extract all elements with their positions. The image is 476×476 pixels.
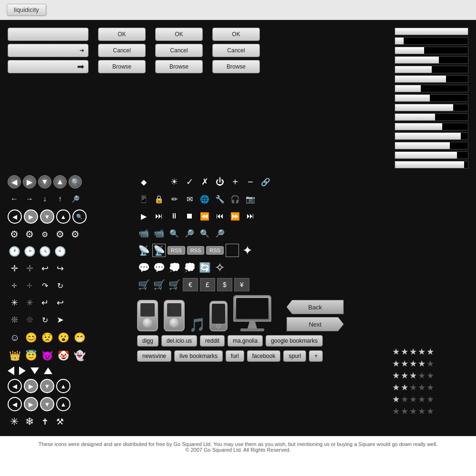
circle-left-icon[interactable]: ◀ <box>8 209 22 224</box>
newsvine-button[interactable]: newsvine <box>137 350 171 362</box>
comment-4-icon[interactable]: 💭 <box>183 261 196 274</box>
snowflake-1-icon[interactable]: ❊ <box>8 313 21 327</box>
star-3-1[interactable]: ★ <box>392 370 400 381</box>
browse-button-2[interactable]: Browse <box>155 60 203 73</box>
comment-3-icon[interactable]: 💭 <box>168 261 181 274</box>
star-3-4[interactable]: ★ <box>418 370 426 381</box>
facebook-button[interactable]: facebook <box>247 350 281 362</box>
star-1-5[interactable]: ★ <box>426 347 434 357</box>
browse-button-1[interactable]: Browse <box>98 60 146 73</box>
move-2-icon[interactable]: ✛ <box>23 262 36 275</box>
rss-2-icon[interactable]: 📡 <box>152 244 166 257</box>
imac-icon[interactable] <box>233 295 271 331</box>
comment-2-icon[interactable]: 💬 <box>152 261 166 274</box>
circle-play-down-icon[interactable]: ▼ <box>40 379 54 393</box>
star-2-2[interactable]: ★ <box>401 358 408 369</box>
skip-next-icon[interactable]: ⏭ <box>152 209 166 223</box>
magnolia-button[interactable]: ma.gnolia <box>228 335 263 347</box>
link-icon[interactable]: 🔗 <box>259 175 272 188</box>
tri-right-icon[interactable] <box>19 367 26 375</box>
plus-icon[interactable]: + <box>228 175 242 188</box>
live-bookmarks-button[interactable]: live bookmarks <box>174 350 223 362</box>
circle-fwd-icon[interactable]: ▶ <box>24 397 38 411</box>
star-4-4[interactable]: ★ <box>418 382 426 393</box>
arrow-down-outline-icon[interactable]: ↓ <box>38 192 51 206</box>
yen-icon[interactable]: ¥ <box>234 278 249 291</box>
crown-face-5-icon[interactable]: 👻 <box>72 348 87 363</box>
circle-play-right-icon[interactable]: ▶ <box>24 379 38 393</box>
star-5-1[interactable]: ★ <box>392 394 400 405</box>
arrow-button-2[interactable]: ➡ <box>8 60 89 73</box>
snowflake-2-icon[interactable]: ❊ <box>23 313 36 327</box>
gear-3-icon[interactable]: ⚙ <box>38 228 51 241</box>
dot-cross-1-icon[interactable]: ✛ <box>8 279 21 292</box>
star-2-3[interactable]: ★ <box>409 358 417 369</box>
tri-up-icon[interactable] <box>44 367 52 374</box>
refresh-1-icon[interactable]: 🔄 <box>198 261 211 274</box>
star-2-4[interactable]: ★ <box>418 358 426 369</box>
rss-btn-3[interactable]: RSS <box>206 246 224 255</box>
arrow-left-icon[interactable]: ← <box>8 192 21 206</box>
circle-stop-icon[interactable]: ▼ <box>40 397 54 411</box>
wrench-icon[interactable]: 🔧 <box>213 192 227 206</box>
star-3-2[interactable]: ★ <box>401 370 408 381</box>
right-filled-arrow-icon[interactable]: ➤ <box>53 313 67 327</box>
right-arrow-curved-icon[interactable]: ↻ <box>38 313 51 327</box>
star-4-2[interactable]: ★ <box>401 382 408 393</box>
furl-button[interactable]: furl <box>226 350 244 362</box>
skip-end-icon[interactable]: ⏭ <box>244 209 257 223</box>
circle-up-icon[interactable]: ▲ <box>56 209 70 224</box>
gear-1-icon[interactable]: ⚙ <box>8 228 21 241</box>
next-button[interactable]: Next <box>287 317 344 331</box>
nav-left-icon[interactable]: ◀ <box>8 175 21 188</box>
star-4-1[interactable]: ★ <box>392 382 400 393</box>
star-5-3[interactable]: ★ <box>409 394 417 405</box>
star-3-3[interactable]: ★ <box>409 370 417 381</box>
nav-right-icon[interactable]: ▶ <box>23 175 36 188</box>
gear-5-icon[interactable]: ⚙ <box>69 228 82 241</box>
diamond-icon[interactable]: ◆ <box>137 175 150 188</box>
search-outline-icon[interactable]: 🔎 <box>69 192 82 206</box>
star-6-3[interactable]: ★ <box>409 406 417 416</box>
ipod-mini-icon[interactable]: 📱 <box>137 192 150 206</box>
zoom-in-icon[interactable]: 🔍 <box>168 227 181 240</box>
comment-1-icon[interactable]: 💬 <box>137 261 150 274</box>
fast-fwd-icon[interactable]: ⏩ <box>228 209 242 223</box>
zoom-icon[interactable]: 🔍 <box>69 175 82 188</box>
mail-icon[interactable]: ✉ <box>183 192 196 206</box>
star-2-1[interactable]: ★ <box>392 358 400 369</box>
ipod-icon[interactable] <box>137 300 158 331</box>
app-title-button[interactable]: liquidicity <box>7 4 46 16</box>
spurl-button[interactable]: spurl <box>283 350 306 362</box>
cancel-button-2[interactable]: Cancel <box>155 44 203 57</box>
forward-1-icon[interactable]: ↷ <box>38 279 51 292</box>
circle-play-left-icon[interactable]: ◀ <box>8 379 22 393</box>
nav-up-icon[interactable]: ▲ <box>53 175 67 188</box>
forward-2-icon[interactable]: ↻ <box>53 279 67 292</box>
surprised-face-icon[interactable]: 😮 <box>56 330 70 345</box>
crown-face-4-icon[interactable]: 🤡 <box>56 348 70 363</box>
asterisk-2-icon[interactable]: ✳ <box>23 296 36 309</box>
crown-face-1-icon[interactable]: 👑 <box>8 348 22 363</box>
redo-icon[interactable]: ↪ <box>53 262 67 275</box>
grin-face-icon[interactable]: 😁 <box>72 330 87 345</box>
pencil-icon[interactable]: ✏ <box>168 192 181 206</box>
fork-icon[interactable]: ⚒ <box>53 415 67 428</box>
cart-3-icon[interactable]: 🛒 <box>168 278 181 291</box>
return-arrow-icon[interactable]: ↩ <box>53 296 67 309</box>
power-icon[interactable]: ⏻ <box>213 175 227 188</box>
star-1-3[interactable]: ★ <box>409 347 417 357</box>
undo-icon[interactable]: ↩ <box>38 262 51 275</box>
reddit-button[interactable]: reddit <box>200 335 225 347</box>
iphone-icon[interactable] <box>209 301 228 331</box>
star-5-4[interactable]: ★ <box>418 394 426 405</box>
circle-down-filled-icon[interactable]: ▼ <box>40 209 54 224</box>
browse-button-3[interactable]: Browse <box>212 60 260 73</box>
square-icon[interactable] <box>226 244 239 257</box>
zoom-out-minus-icon[interactable]: 🔎 <box>213 227 227 240</box>
star-6-4[interactable]: ★ <box>418 406 426 416</box>
sun-icon[interactable]: ☀ <box>168 175 181 188</box>
rss-btn-1[interactable]: RSS <box>168 246 185 255</box>
play-icon[interactable]: ▶ <box>137 209 150 223</box>
dot-cross-2-icon[interactable]: ✛ <box>23 279 36 292</box>
